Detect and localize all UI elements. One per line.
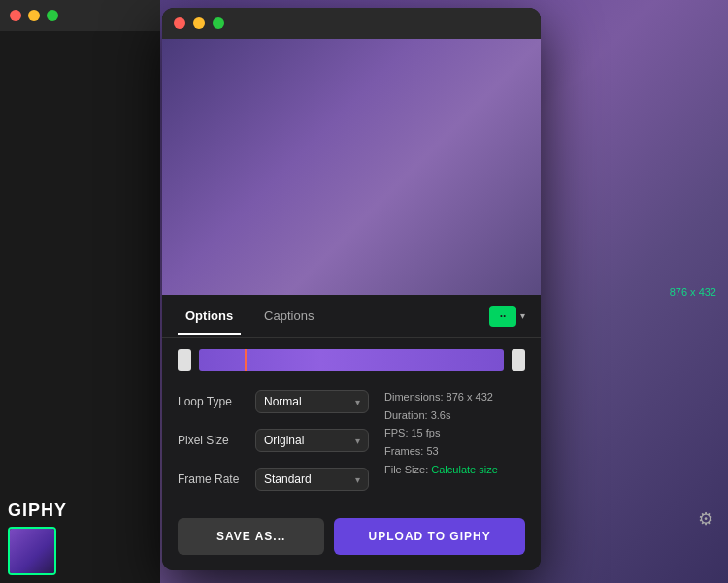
- gear-icon[interactable]: ⚙: [698, 508, 713, 530]
- upload-to-giphy-button[interactable]: UPLOAD TO GIPHY: [334, 518, 525, 555]
- frame-rate-label: Frame Rate: [178, 472, 255, 486]
- giphy-icon-dots: ··: [500, 309, 507, 323]
- left-window-titlebar: [0, 0, 160, 31]
- info-frames: Frames: 53: [384, 442, 525, 461]
- info-file-size: File Size: Calculate size: [384, 461, 525, 479]
- giphy-app-title: GIPHY: [8, 501, 67, 521]
- tab-icon-area: ·· ▾: [489, 306, 525, 327]
- timeline-row: [162, 338, 541, 382]
- pixel-size-arrow-icon: ▾: [355, 436, 360, 446]
- info-panel: Dimensions: 876 x 432 Duration: 3.6s FPS…: [384, 386, 525, 495]
- options-left: Loop Type Normal ▾ Pixel Size Original ▾: [178, 386, 369, 495]
- tab-options[interactable]: Options: [178, 297, 241, 335]
- dimensions-label: 876 x 432: [670, 286, 716, 298]
- button-row: SAVE AS... UPLOAD TO GIPHY: [162, 506, 541, 570]
- frame-rate-value: Standard: [264, 472, 312, 486]
- modal-tl-fullscreen[interactable]: [213, 17, 224, 29]
- giphy-thumb-preview: [10, 529, 54, 573]
- dropdown-arrow-icon[interactable]: ▾: [520, 310, 525, 321]
- info-fps: FPS: 15 fps: [384, 424, 525, 442]
- pixel-size-value: Original: [264, 434, 304, 447]
- frame-rate-row: Frame Rate Standard ▾: [178, 464, 369, 495]
- info-file-size-label: File Size:: [384, 464, 428, 475]
- loop-type-row: Loop Type Normal ▾: [178, 386, 369, 417]
- left-tl-minimize[interactable]: [28, 10, 40, 21]
- loop-type-select[interactable]: Normal ▾: [255, 390, 369, 413]
- timeline-handle-right[interactable]: [512, 349, 525, 371]
- options-area: Loop Type Normal ▾ Pixel Size Original ▾: [162, 382, 541, 506]
- left-tl-fullscreen[interactable]: [47, 10, 58, 21]
- pixel-size-label: Pixel Size: [178, 434, 255, 447]
- pixel-size-row: Pixel Size Original ▾: [178, 425, 369, 456]
- timeline-handle-left[interactable]: [178, 349, 191, 371]
- info-dimensions: Dimensions: 876 x 432: [384, 388, 525, 406]
- pixel-size-select[interactable]: Original ▾: [255, 429, 369, 452]
- giphy-icon-button[interactable]: ··: [489, 306, 516, 327]
- calculate-size-link[interactable]: Calculate size: [431, 464, 497, 475]
- loop-type-value: Normal: [264, 395, 302, 408]
- gif-preview: [162, 39, 541, 295]
- giphy-bar: GIPHY: [0, 476, 160, 583]
- modal-tl-minimize[interactable]: [193, 17, 205, 29]
- modal-tl-close[interactable]: [174, 17, 185, 29]
- timeline-playhead[interactable]: [245, 349, 247, 371]
- tabs-row: Options Captions ·· ▾: [162, 295, 541, 338]
- frame-rate-select[interactable]: Standard ▾: [255, 468, 369, 491]
- save-as-button[interactable]: SAVE AS...: [178, 518, 324, 555]
- loop-type-label: Loop Type: [178, 395, 255, 408]
- timeline-track[interactable]: [199, 349, 504, 371]
- tab-captions[interactable]: Captions: [256, 297, 321, 335]
- left-tl-close[interactable]: [10, 10, 21, 21]
- frame-rate-arrow-icon: ▾: [355, 474, 360, 485]
- giphy-thumbnail[interactable]: [8, 527, 56, 575]
- loop-type-arrow-icon: ▾: [355, 397, 360, 407]
- info-duration: Duration: 3.6s: [384, 406, 525, 425]
- modal-titlebar: [162, 8, 541, 39]
- bottom-panel: Options Captions ·· ▾: [162, 295, 541, 570]
- main-modal: Options Captions ·· ▾: [162, 8, 541, 570]
